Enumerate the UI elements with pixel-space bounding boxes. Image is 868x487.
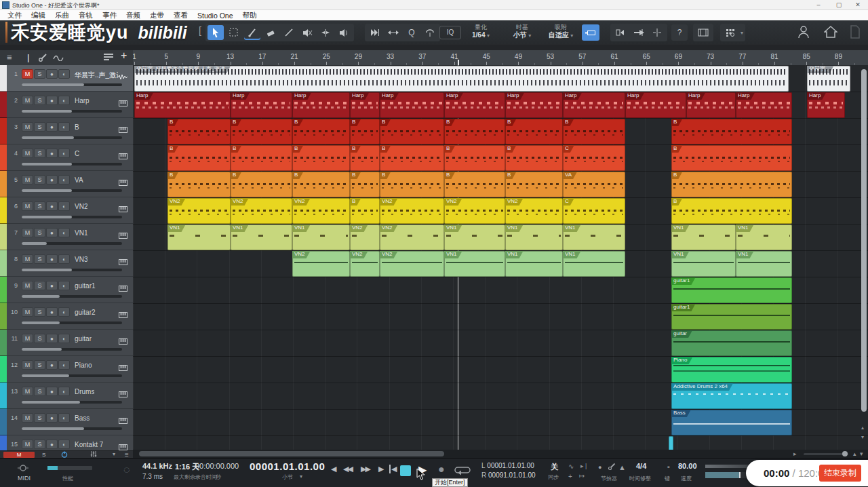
solo-button[interactable]: S — [34, 228, 45, 237]
menu-item[interactable]: 事件 — [98, 11, 121, 20]
paint-tool-icon[interactable] — [244, 25, 260, 40]
clip[interactable]: B — [292, 145, 350, 171]
clip[interactable]: B — [563, 119, 625, 144]
track-row[interactable]: 12MS●◐Piano — [7, 356, 133, 383]
macro-grid-icon[interactable] — [722, 25, 738, 40]
clip[interactable]: VN2 — [292, 251, 350, 277]
clip[interactable]: VN2 — [505, 198, 563, 224]
clip[interactable]: Harp — [625, 92, 686, 118]
menu-item[interactable]: 乐曲 — [50, 11, 74, 20]
clip[interactable]: VN1 — [736, 225, 792, 250]
clip[interactable]: B — [231, 145, 292, 171]
clip[interactable]: VN1 — [292, 225, 350, 250]
track-row[interactable]: 5MS●◐VA — [7, 171, 133, 197]
solo-button[interactable]: S — [34, 69, 45, 79]
clip[interactable] — [669, 436, 673, 450]
precount-icon[interactable]: ● — [598, 464, 601, 471]
snap-toggle-button[interactable] — [582, 24, 599, 41]
track-row[interactable]: 2MS●◐Harp — [7, 92, 133, 118]
monitor-button[interactable]: ◐ — [58, 254, 70, 264]
monitor-button[interactable]: ◐ — [58, 334, 70, 343]
clip[interactable]: 华晨宇_好想爱这个世界啊 人声_激进 — [134, 66, 789, 92]
maximize-button[interactable]: ▢ — [831, 1, 846, 9]
rewind-button[interactable]: ◀◀ — [343, 465, 352, 473]
bend-tool-icon[interactable] — [317, 25, 334, 40]
mute-button[interactable]: M — [22, 387, 33, 396]
mute-button[interactable]: M — [22, 413, 33, 423]
video-icon[interactable] — [695, 25, 711, 40]
mute-button[interactable]: M — [22, 254, 33, 264]
clip[interactable]: B — [380, 145, 444, 171]
mute-button[interactable]: M — [22, 440, 33, 449]
clip[interactable]: C — [563, 198, 625, 224]
solo-button[interactable]: S — [34, 281, 45, 290]
clip[interactable]: VN2 — [444, 198, 505, 224]
stop-button[interactable] — [400, 465, 411, 476]
clip[interactable]: B — [444, 119, 505, 144]
clip[interactable]: B — [444, 145, 505, 171]
solo-button[interactable]: S — [34, 122, 45, 132]
track-row[interactable]: 9MS●◐guitar1 — [7, 277, 133, 303]
clip[interactable]: Addictive Drums 2 x64 — [671, 383, 792, 409]
solo-button[interactable]: S — [34, 254, 45, 264]
record-button[interactable]: ● — [438, 463, 445, 475]
wrench-icon[interactable] — [38, 53, 47, 64]
clip[interactable]: B — [292, 119, 350, 144]
volume-slider[interactable] — [22, 136, 122, 139]
clip[interactable]: Harp — [807, 92, 845, 118]
clip[interactable]: Harp — [134, 92, 231, 118]
solo-button[interactable]: S — [34, 440, 45, 449]
menu-item[interactable]: 文件 — [3, 11, 26, 20]
solo-button[interactable]: S — [34, 307, 45, 317]
volume-slider[interactable] — [22, 216, 122, 218]
clip[interactable]: VN1 — [444, 225, 505, 250]
clip[interactable]: B — [292, 172, 350, 197]
scroll-down-icon[interactable]: ▾ — [861, 434, 864, 440]
tempo-tap-icon[interactable]: + — [568, 473, 572, 480]
record-arm-button[interactable]: ● — [46, 96, 58, 105]
menu-item[interactable]: 编辑 — [26, 11, 50, 20]
clip[interactable]: Harp — [350, 92, 380, 118]
record-arm-button[interactable]: ● — [46, 175, 58, 184]
volume-slider[interactable] — [22, 401, 122, 404]
record-arm-button[interactable]: ● — [46, 254, 58, 264]
marker-icon[interactable]: ▸❘ — [580, 463, 589, 469]
home-icon[interactable] — [824, 25, 837, 41]
clip[interactable]: VN2 — [292, 198, 350, 224]
zoom-play-icon[interactable]: ▸ — [793, 450, 797, 458]
record-arm-button[interactable]: ● — [46, 413, 58, 423]
clip[interactable]: VN1 — [505, 251, 563, 277]
solo-button[interactable]: S — [34, 149, 45, 158]
track-row[interactable]: 7MS●◐VN1 — [7, 224, 133, 250]
record-arm-button[interactable]: ● — [46, 228, 58, 237]
playhead-marker[interactable] — [458, 60, 459, 65]
clip[interactable]: Harp — [736, 92, 792, 118]
track-row[interactable]: 11MS●◐guitar — [7, 330, 133, 356]
clip[interactable]: Harp — [380, 92, 444, 118]
automation-icon[interactable] — [53, 53, 64, 63]
record-arm-button[interactable]: ● — [46, 307, 58, 317]
clip[interactable]: guitar — [671, 330, 792, 356]
volume-slider[interactable] — [22, 83, 122, 86]
clip[interactable]: B — [380, 119, 444, 144]
clip[interactable]: B — [444, 172, 505, 197]
arrow-tool-icon[interactable] — [208, 25, 224, 40]
clip[interactable]: 华晨宇.. — [807, 66, 850, 92]
clip[interactable]: VN1 — [444, 251, 505, 277]
volume-slider[interactable] — [22, 295, 122, 298]
tempo-value[interactable]: 80.00 — [678, 462, 697, 470]
menu-item[interactable]: 帮助 — [238, 11, 262, 20]
track-row[interactable]: 3MS●◐B — [7, 118, 133, 144]
menu-item[interactable]: 音轨 — [74, 11, 98, 20]
monitor-button[interactable]: ◐ — [58, 122, 70, 132]
clip[interactable]: VN2 — [350, 251, 380, 277]
mute-button[interactable]: M — [22, 360, 33, 370]
timebase-dropdown[interactable]: 时基 小节 ▾ — [503, 23, 541, 42]
return-to-zero-button[interactable]: ◀ — [389, 465, 395, 473]
prev-bar-button[interactable]: ◀ — [331, 465, 335, 473]
mute-button[interactable]: M — [22, 149, 33, 158]
volume-slider[interactable] — [22, 374, 122, 377]
split-cursor-icon[interactable] — [649, 25, 665, 40]
track-row[interactable]: 14MS●◐Bass — [7, 409, 133, 435]
monitor-button[interactable]: ◐ — [58, 360, 70, 370]
